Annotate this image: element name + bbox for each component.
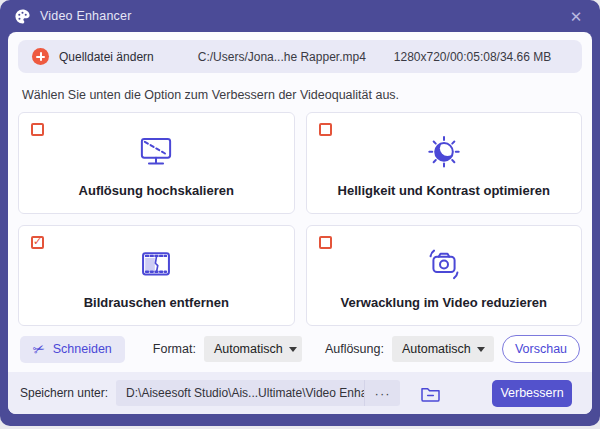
close-icon[interactable]: ✕ [566, 6, 586, 26]
option-card-brightness-contrast[interactable]: ✓ Helligk [306, 112, 583, 214]
option-label: Verwacklung im Video reduzieren [341, 295, 547, 310]
chevron-down-icon [477, 347, 485, 352]
resolution-dropdown[interactable]: Automatisch [392, 336, 494, 362]
checkbox[interactable]: ✓ [31, 236, 44, 249]
window-title: Video Enhancer [40, 9, 132, 23]
app-window: Video Enhancer ✕ Quelldatei ändern C:/Us… [0, 0, 600, 426]
check-icon: ✓ [33, 236, 42, 247]
save-as-label: Speichern unter: [20, 386, 108, 400]
main-content: Quelldatei ändern C:/Users/Jona...he Rap… [8, 32, 592, 414]
browse-button[interactable]: ··· [364, 380, 400, 406]
cut-button-label: Schneiden [53, 342, 112, 356]
film-denoise-icon [132, 226, 180, 296]
scissors-icon: ✂ [31, 340, 47, 357]
option-label: Bildrauschen entfernen [84, 295, 229, 310]
option-label: Auflösung hochskalieren [79, 183, 234, 198]
chevron-down-icon [289, 347, 297, 352]
preview-button[interactable]: Vorschau [502, 335, 580, 363]
folder-icon [420, 385, 441, 402]
resolution-value: Automatisch [402, 342, 471, 356]
change-source-button[interactable]: Quelldatei ändern [59, 50, 154, 64]
app-logo-palette-icon [14, 8, 31, 25]
source-file-info: 1280x720/00:05:08/34.66 MB [394, 50, 551, 64]
camera-stabilize-icon [420, 226, 468, 296]
source-file-path: C:/Users/Jona...he Rapper.mp4 [198, 50, 366, 64]
instruction-text: Wählen Sie unten die Option zum Verbesse… [22, 88, 578, 102]
format-label: Format: [153, 342, 196, 356]
option-card-stabilize[interactable]: ✓ Verwacklung im Video reduzieren [306, 225, 583, 327]
title-bar: Video Enhancer ✕ [0, 0, 600, 32]
option-card-denoise[interactable]: ✓ Bildrauschen entfernen [18, 225, 295, 327]
add-source-icon[interactable] [32, 48, 49, 65]
enhance-button[interactable]: Verbessern [492, 380, 572, 407]
brightness-contrast-icon [420, 113, 468, 183]
checkbox[interactable]: ✓ [319, 236, 332, 249]
save-path-group: D:\Aiseesoft Studio\Ais...Ultimate\Video… [116, 380, 400, 406]
footer-bar: Speichern unter: D:\Aiseesoft Studio\Ais… [8, 372, 592, 414]
format-dropdown[interactable]: Automatisch [204, 336, 302, 362]
save-path-field[interactable]: D:\Aiseesoft Studio\Ais...Ultimate\Video… [116, 380, 364, 406]
cut-button[interactable]: ✂ Schneiden [20, 336, 125, 363]
format-value: Automatisch [214, 342, 283, 356]
monitor-upscale-icon [132, 113, 180, 183]
option-label: Helligkeit und Kontrast optimieren [338, 183, 550, 198]
source-file-bar: Quelldatei ändern C:/Users/Jona...he Rap… [18, 40, 582, 73]
options-grid: ✓ Auflösung hochskalieren ✓ [18, 112, 582, 326]
checkbox[interactable]: ✓ [319, 123, 332, 136]
resolution-label: Auflösung: [325, 342, 384, 356]
controls-row: ✂ Schneiden Format: Automatisch Auflösun… [8, 326, 592, 372]
option-card-upscale-resolution[interactable]: ✓ Auflösung hochskalieren [18, 112, 295, 214]
open-folder-button[interactable] [415, 380, 445, 406]
checkbox[interactable]: ✓ [31, 123, 44, 136]
